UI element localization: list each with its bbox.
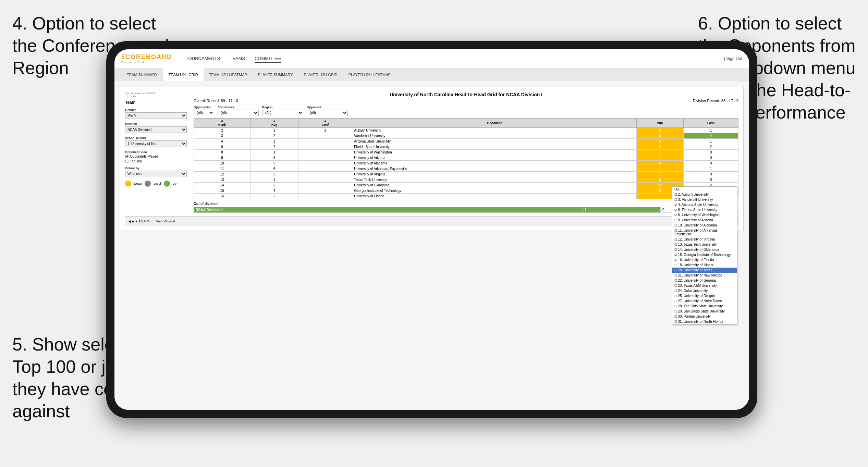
dropdown-item-20[interactable]: 25. University of Oregon [672, 293, 737, 298]
panel-division: Division NCAA Division I [125, 122, 187, 133]
panel-school: School (Rank) 1. University of Nort... [125, 136, 187, 147]
dropdown-item-23[interactable]: 29. San Diego State University [672, 309, 737, 314]
school-label: School (Rank) [125, 136, 187, 140]
table-row: 41Arizona State University51 [194, 139, 738, 144]
dropdown-item-25[interactable]: 31. University of North Florida [672, 319, 737, 324]
region-label: Region [262, 106, 303, 109]
subnav-team-summary[interactable]: TEAM SUMMARY [121, 68, 163, 81]
dropdown-item-8[interactable]: 11. University of Arkansas, Fayetteville [672, 228, 737, 237]
panel-gender: Gender Men's [125, 108, 187, 119]
nav-signout[interactable]: | Sign Out [724, 56, 742, 61]
division-record-value: 88 - 17 - 0 [721, 99, 738, 103]
dropdown-item-3[interactable]: 4. Arizona State University [672, 202, 737, 207]
dropdown-item-6[interactable]: 9. University of Arizona [672, 218, 737, 223]
dropdown-item-10[interactable]: 13. Texas Tech University [672, 242, 737, 247]
legend-level [145, 181, 151, 187]
table-row: 116University of Arkansas, Fayetteville1… [194, 166, 738, 172]
nav-bar: 5COREBOARD Powered by Cloud TOURNAMENTS … [114, 49, 749, 68]
nav-links: TOURNAMENTS TEAMS COMMITTEE [186, 54, 281, 63]
filter-opponents: Opponents: (All) [194, 106, 214, 116]
out-table-row: NCAA Division II 1 0 [194, 207, 738, 213]
dropdown-item-5[interactable]: 8. University of Washington [672, 212, 737, 218]
subnav-team-h2h-heatmap[interactable]: TEAM H2H HEATMAP [204, 68, 253, 81]
table-row: 154Georgia Institute of Technology50 [194, 188, 738, 194]
th-opponent: Opponent [352, 119, 637, 128]
report-toolbar: ◀ ▶ ▲ 💾 ✎ ↷ View: Original 👁 W Cancel Ap… [125, 216, 738, 226]
h2h-table: #Rank #Reg #Conf Opponent Win Loss 211Au… [194, 118, 738, 199]
subnav-team-h2h-grid[interactable]: TEAM H2H GRID [163, 68, 204, 81]
filter-opponent: Opponent (All) [307, 106, 348, 116]
dropdown-item-11[interactable]: 14. University of Oklahoma [672, 247, 737, 252]
nav-committee[interactable]: COMMITTEE [255, 54, 281, 63]
opponent-filter-select[interactable]: (All) [307, 110, 348, 116]
overall-record-label: Overall Record: [194, 99, 220, 103]
gender-select[interactable]: Men's [125, 112, 187, 119]
tablet-device: 5COREBOARD Powered by Cloud TOURNAMENTS … [106, 41, 757, 418]
conference-label: Conference [218, 106, 259, 109]
sub-nav: TEAM SUMMARY TEAM H2H GRID TEAM H2H HEAT… [114, 68, 749, 81]
division-record-label: Division Record: [693, 99, 720, 103]
table-row: 93University of Arizona10 [194, 155, 738, 161]
table-body: 211Auburn University21 32Vanderbilt Univ… [194, 128, 738, 199]
th-win: Win [637, 119, 684, 128]
legend-level-label: Level [154, 182, 161, 185]
panel-team-section: Team [125, 100, 187, 105]
dropdown-item-19[interactable]: 24. Duke University [672, 288, 737, 293]
table-row: 211Auburn University21 [194, 128, 738, 133]
logo: 5COREBOARD Powered by Cloud [121, 53, 172, 64]
dropdown-item-13[interactable]: 16. University of Florida [672, 257, 737, 262]
dropdown-item-9[interactable]: 12. University of Virginia [672, 237, 737, 242]
colour-by-label: Colour by [125, 167, 187, 170]
top-100-label: Top 100 [130, 159, 142, 163]
dropdown-item-7[interactable]: 10. University of Alabama [672, 223, 737, 228]
filters-row: Opponents: (All) Conference (All) [194, 106, 738, 116]
radio-opponents-played[interactable]: Opponents Played [125, 155, 187, 158]
opponents-label: Opponents: [194, 106, 214, 109]
colour-by-select[interactable]: Win/Loss [125, 171, 187, 177]
toolbar-icons: ◀ ▶ ▲ 💾 ✎ ↷ [129, 220, 150, 223]
division-select[interactable]: NCAA Division I [125, 126, 187, 133]
report-title: University of North Carolina Head-to-Hea… [194, 92, 738, 97]
dropdown-item-all[interactable]: (All) [672, 187, 737, 192]
dropdown-item-21[interactable]: 27. University of Notre Dame [672, 298, 737, 304]
dropdown-item-24[interactable]: 30. Purdue University [672, 314, 737, 319]
radio-top-100[interactable]: Top 100 [125, 159, 187, 163]
legend-up [164, 181, 170, 187]
nav-teams[interactable]: TEAMS [230, 54, 245, 63]
dropdown-item-18[interactable]: 23. Texas A&M University [672, 283, 737, 288]
legend-down-label: Down [134, 182, 142, 185]
table-row: 131Texas Tech University30 [194, 177, 738, 183]
report-container: Last Updated: 4/20/2024 16:55:38 Team Ge… [120, 87, 744, 231]
filter-conference: Conference (All) [218, 106, 259, 116]
dropdown-item-12[interactable]: 15. Georgia Institute of Technology [672, 252, 737, 257]
conference-filter-select[interactable]: (All) [218, 110, 259, 116]
dropdown-item-2[interactable]: 3. Vanderbilt University [672, 197, 737, 202]
dropdown-item-17[interactable]: 22. University of Georgia [672, 278, 737, 283]
opponents-played-label: Opponents Played [130, 155, 158, 158]
subnav-player-summary[interactable]: PLAYER SUMMARY [253, 68, 298, 81]
subnav-player-h2h-grid[interactable]: PLAYER H2H GRID [298, 68, 343, 81]
table-row: 105University of Alabama30 [194, 161, 738, 166]
division-record: Division Record: 88 - 17 - 0 [693, 99, 738, 103]
opponents-filter-select[interactable]: (All) [194, 110, 214, 116]
colour-legend: Down Level Up [125, 181, 187, 187]
dropdown-item-15[interactable]: 20. University of Texas [672, 268, 737, 273]
subnav-player-h2h-heatmap[interactable]: PLAYER H2H HEATMAP [343, 68, 396, 81]
dropdown-item-16[interactable]: 21. University of New Mexico [672, 273, 737, 278]
dropdown-item-22[interactable]: 28. The Ohio State University [672, 304, 737, 309]
table-row: 32Vanderbilt University04 [194, 133, 738, 139]
region-filter-select[interactable]: (All) [262, 110, 303, 116]
dropdown-item-14[interactable]: 18. University of Illinois [672, 262, 737, 268]
opponent-dropdown[interactable]: (All) 2. Auburn University 3. Vanderbilt… [672, 186, 737, 324]
radio-dot-opponents [125, 155, 129, 158]
table-row: 162University of Florida10 [194, 194, 738, 199]
nav-tournaments[interactable]: TOURNAMENTS [186, 54, 220, 63]
legend-up-label: Up [173, 182, 177, 185]
school-select[interactable]: 1. University of Nort... [125, 140, 187, 147]
th-conf: #Conf [298, 119, 352, 128]
dropdown-item-4[interactable]: 6. Florida State University [672, 207, 737, 212]
th-reg: #Reg [250, 119, 298, 128]
out-of-division-table: NCAA Division II 1 0 [194, 207, 738, 213]
dropdown-item-1[interactable]: 2. Auburn University [672, 192, 737, 197]
gender-label: Gender [125, 108, 187, 112]
